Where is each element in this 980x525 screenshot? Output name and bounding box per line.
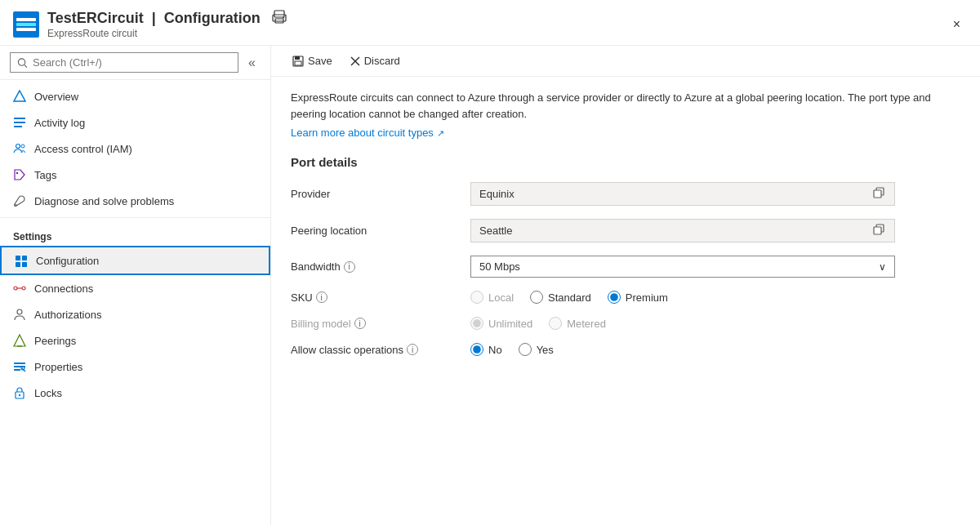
billing-model-options: Unlimited Metered [470,317,895,330]
allow-classic-options: No Yes [470,343,895,356]
allow-classic-info-icon[interactable]: i [407,344,418,355]
bandwidth-dropdown[interactable]: 50 Mbps ∨ [470,256,895,278]
sku-premium-radio[interactable] [608,291,621,304]
collapse-button[interactable]: « [243,54,261,72]
content-body: ExpressRoute circuits can connect to Azu… [271,77,980,382]
svg-marker-26 [14,335,25,346]
resource-name: TestERCircuit [47,10,144,27]
sidebar-item-properties[interactable]: Properties [0,354,270,380]
billing-unlimited-label: Unlimited [488,318,532,330]
close-button[interactable]: × [947,14,967,35]
svg-point-22 [14,287,17,290]
sidebar-label-diagnose: Diagnose and solve problems [34,195,174,207]
sidebar-label-access-control: Access control (IAM) [34,143,132,155]
allow-classic-no-radio[interactable] [470,343,483,356]
sku-info-icon[interactable]: i [316,291,327,303]
header-title: TestERCircuit | Configuration [47,10,290,28]
sku-radio-group: Local Standard Premium [470,291,895,304]
wrench-icon [13,194,26,207]
svg-rect-12 [14,122,25,123]
svg-marker-10 [14,91,25,101]
sidebar-label-configuration: Configuration [36,255,99,267]
sidebar-item-tags[interactable]: Tags [0,162,270,188]
section-title: Port details [291,155,960,169]
print-button[interactable] [269,10,290,28]
svg-point-16 [16,172,18,174]
bandwidth-info-icon[interactable]: i [344,261,355,273]
peering-location-copy-button[interactable] [871,224,886,238]
svg-point-23 [22,287,25,290]
sidebar-label-peerings: Peerings [34,335,76,347]
search-box[interactable] [10,52,238,73]
peering-location-label: Peering location [291,225,470,237]
copy-icon [873,187,884,198]
provider-value: Equinix [479,188,866,200]
external-link-icon: ↗ [437,128,444,138]
billing-model-info-icon[interactable]: i [354,318,366,329]
svg-point-34 [19,394,20,396]
sidebar-item-overview[interactable]: Overview [0,83,270,109]
billing-metered-option[interactable]: Metered [549,317,606,330]
sidebar-label-locks: Locks [34,387,62,399]
billing-metered-label: Metered [567,318,606,330]
sidebar-item-configuration[interactable]: Configuration [0,246,270,275]
learn-more-label: Learn more about circuit types [291,127,434,139]
sidebar-item-diagnose[interactable]: Diagnose and solve problems [0,188,270,214]
page-title: Configuration [164,10,261,27]
billing-model-label-text: Billing model [291,318,351,330]
svg-rect-18 [16,256,20,260]
sku-standard-option[interactable]: Standard [530,291,591,304]
svg-line-9 [24,65,27,67]
provider-field: Equinix [470,182,895,206]
peering-location-row: Peering location Seattle [291,219,960,242]
discard-button[interactable]: Discard [342,51,408,71]
sku-local-option[interactable]: Local [470,291,514,304]
main-layout: « Overview Activity log [0,46,980,525]
properties-icon [13,360,26,373]
bandwidth-row: Bandwidth i 50 Mbps ∨ [291,256,960,278]
svg-rect-11 [14,118,25,119]
sku-premium-option[interactable]: Premium [608,291,668,304]
billing-model-row: Billing model i Unlimited Metered [291,317,960,330]
allow-classic-yes-radio[interactable] [519,343,532,356]
bandwidth-value: 50 Mbps [479,260,879,273]
sidebar-item-activity-log[interactable]: Activity log [0,109,270,136]
svg-rect-19 [22,256,27,260]
peering-location-value: Seattle [479,225,866,237]
bandwidth-dropdown-container: 50 Mbps ∨ [470,256,895,278]
save-label: Save [308,55,332,67]
sidebar-label-overview: Overview [34,91,78,103]
svg-rect-43 [874,227,881,234]
svg-rect-21 [22,262,27,267]
allow-classic-label: Allow classic operations i [291,344,470,356]
sidebar-item-authorizations[interactable]: Authorizations [0,301,270,327]
sidebar: « Overview Activity log [0,46,271,525]
billing-unlimited-radio[interactable] [470,317,483,330]
sidebar-item-connections[interactable]: Connections [0,275,270,301]
sku-local-label: Local [488,291,514,304]
bandwidth-label-text: Bandwidth [291,260,341,273]
billing-metered-radio[interactable] [549,317,562,330]
sku-label: SKU i [291,291,470,304]
allow-classic-no-option[interactable]: No [470,343,502,356]
provider-copy-button[interactable] [871,187,886,201]
allow-classic-yes-option[interactable]: Yes [519,343,554,356]
svg-point-7 [283,16,284,18]
title-separator: | [152,10,156,27]
sku-local-radio[interactable] [470,291,483,304]
sidebar-label-authorizations: Authorizations [34,309,101,321]
save-icon [292,56,304,67]
resource-type: ExpressRoute circuit [47,28,290,39]
sku-standard-radio[interactable] [530,291,543,304]
billing-unlimited-option[interactable]: Unlimited [470,317,532,330]
search-input[interactable] [33,56,231,69]
print-icon [272,10,287,24]
sidebar-item-access-control[interactable]: Access control (IAM) [0,136,270,162]
sidebar-item-peerings[interactable]: Peerings [0,327,270,354]
description-text: ExpressRoute circuits can connect to Azu… [291,90,960,122]
save-button[interactable]: Save [284,51,341,71]
sidebar-item-locks[interactable]: Locks [0,380,270,406]
learn-more-link[interactable]: Learn more about circuit types ↗ [291,127,444,139]
chevron-down-icon: ∨ [879,261,886,273]
content-area: Save Discard ExpressRoute circuits can c… [271,46,980,525]
